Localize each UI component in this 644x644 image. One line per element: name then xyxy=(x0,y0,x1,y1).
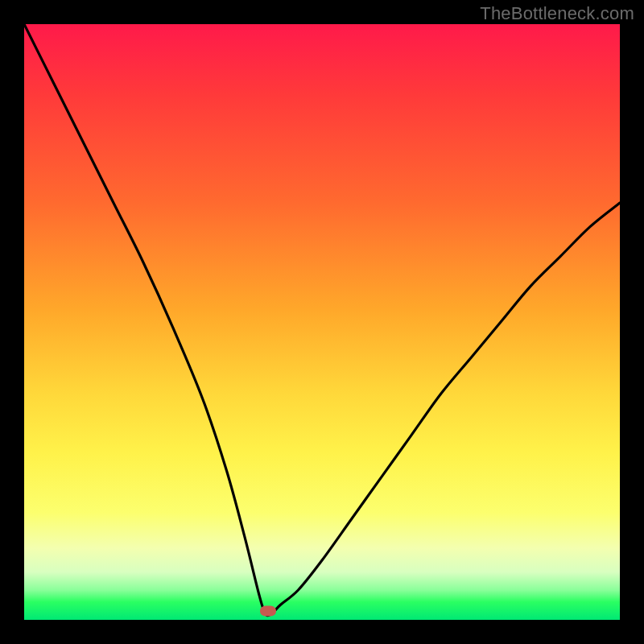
optimum-marker xyxy=(260,605,276,616)
bottleneck-curve-path xyxy=(24,24,620,616)
plot-area xyxy=(24,24,620,620)
curve-svg xyxy=(24,24,620,620)
watermark-text: TheBottleneck.com xyxy=(480,3,634,24)
chart-frame: TheBottleneck.com xyxy=(0,0,644,644)
